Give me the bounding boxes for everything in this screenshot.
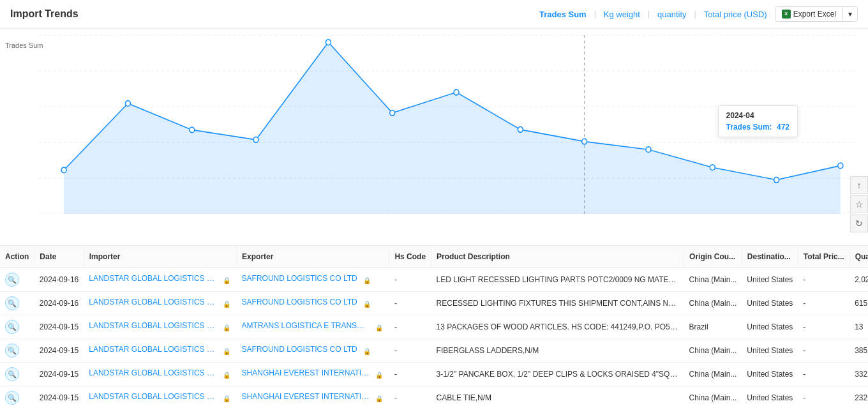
importer-icon[interactable]: 🔒 (221, 275, 232, 285)
action-cell: 🔍 (0, 339, 34, 363)
table-row: 🔍 2024-09-15 LANDSTAR GLOBAL LOGISTICS I… (0, 363, 868, 386)
destination-cell: United States (742, 315, 798, 339)
importer-link[interactable]: LANDSTAR GLOBAL LOGISTICS INC (89, 368, 216, 377)
exporter-link[interactable]: SAFROUND LOGISTICS CO LTD (242, 298, 357, 306)
date-cell: 2024-09-15 (34, 339, 84, 363)
search-action-btn[interactable]: 🔍 (5, 273, 19, 287)
importer-icon[interactable]: 🔒 (221, 322, 232, 333)
exporter-link[interactable]: SHANGHAI EVEREST INTERNATIONAL C... (242, 392, 370, 401)
action-cell: 🔍 (0, 292, 34, 315)
col-date: Date (34, 246, 84, 268)
col-importer: Importer (84, 246, 236, 268)
product-cell: LED LIGHT RECESSED LIGHTING PARTS POTC2/… (431, 268, 684, 292)
importer-link[interactable]: LANDSTAR GLOBAL LOGISTICS INC (89, 274, 216, 283)
col-action: Action (0, 246, 34, 268)
svg-point-17 (253, 137, 258, 142)
excel-icon: X (782, 10, 791, 19)
search-action-btn[interactable]: 🔍 (5, 296, 19, 310)
importer-cell: LANDSTAR GLOBAL LOGISTICS INC 🔒 (84, 268, 236, 292)
destination-cell: United States (742, 363, 798, 386)
hs-code-cell: - (389, 315, 431, 339)
quantity-cell: 615 (849, 292, 868, 315)
exporter-cell: SHANGHAI EVEREST INTERNATIONAL C... 🔒 (237, 363, 389, 386)
exporter-cell: AMTRANS LOGISTICA E TRANSPORTES ... 🔒 (237, 315, 389, 339)
total-price-cell: - (798, 268, 849, 292)
importer-link[interactable]: LANDSTAR GLOBAL LOGISTICS INC (89, 345, 216, 354)
table-row: 🔍 2024-09-15 LANDSTAR GLOBAL LOGISTICS I… (0, 386, 868, 409)
importer-icon[interactable]: 🔒 (221, 370, 232, 380)
table-row: 🔍 2024-09-15 LANDSTAR GLOBAL LOGISTICS I… (0, 315, 868, 339)
exporter-icon[interactable]: 🔒 (362, 275, 372, 285)
search-action-btn[interactable]: 🔍 (5, 320, 19, 334)
svg-point-24 (710, 165, 715, 170)
exporter-link[interactable]: SAFROUND LOGISTICS CO LTD (242, 274, 357, 283)
kg-weight-btn[interactable]: Kg weight (604, 10, 640, 19)
total-price-cell: - (798, 363, 849, 386)
importer-link[interactable]: LANDSTAR GLOBAL LOGISTICS INC (89, 321, 216, 330)
col-destination: Destinatio... (742, 246, 798, 268)
table-row: 🔍 2024-09-15 LANDSTAR GLOBAL LOGISTICS I… (0, 339, 868, 363)
hs-code-cell: - (389, 292, 431, 315)
total-price-cell: - (798, 315, 849, 339)
svg-point-14 (61, 167, 66, 173)
quantity-cell: 385 (849, 339, 868, 363)
quantity-cell: 232 (849, 386, 868, 409)
importer-icon[interactable]: 🔒 (221, 299, 232, 309)
importer-cell: LANDSTAR GLOBAL LOGISTICS INC 🔒 (84, 339, 236, 363)
table-row: 🔍 2024-09-16 LANDSTAR GLOBAL LOGISTICS I… (0, 292, 868, 315)
header-controls: Trades Sum | Kg weight | quantity | Tota… (539, 6, 858, 22)
export-dropdown-arrow[interactable]: ▾ (843, 7, 857, 21)
product-cell: 3-1/2" PANCAKE BOX, 1/2" DEEP CLIPS & LO… (431, 363, 684, 386)
exporter-link[interactable]: AMTRANS LOGISTICA E TRANSPORTES ... (242, 321, 370, 330)
col-quantity: Quantity (849, 246, 868, 268)
trades-sum-btn[interactable]: Trades Sum (539, 10, 587, 19)
exporter-icon[interactable]: 🔒 (362, 346, 372, 356)
destination-cell: United States (742, 268, 798, 292)
total-price-btn[interactable]: Total price (USD) (704, 10, 767, 19)
action-cell: 🔍 (0, 315, 34, 339)
svg-point-20 (454, 89, 459, 95)
origin-cell: China (Main... (684, 363, 742, 386)
importer-cell: LANDSTAR GLOBAL LOGISTICS INC 🔒 (84, 386, 236, 409)
exporter-icon[interactable]: 🔒 (374, 370, 384, 380)
exporter-cell: SAFROUND LOGISTICS CO LTD 🔒 (237, 339, 389, 363)
importer-icon[interactable]: 🔒 (221, 346, 232, 356)
col-exporter: Exporter (237, 246, 389, 268)
date-cell: 2024-09-16 (34, 268, 84, 292)
refresh-btn[interactable]: ↻ (850, 215, 868, 232)
importer-icon[interactable]: 🔒 (221, 393, 232, 404)
quantity-cell: 13 (849, 315, 868, 339)
importer-link[interactable]: LANDSTAR GLOBAL LOGISTICS INC (89, 392, 216, 401)
table-header-row: Action Date Importer Exporter Hs Code Pr… (0, 246, 868, 268)
bookmark-btn[interactable]: ☆ (850, 195, 868, 213)
total-price-cell: - (798, 386, 849, 409)
exporter-link[interactable]: SHANGHAI EVEREST INTERNATIONAL C... (242, 368, 370, 377)
hs-code-cell: - (389, 363, 431, 386)
svg-point-21 (518, 127, 523, 133)
svg-marker-13 (64, 42, 841, 214)
exporter-icon[interactable]: 🔒 (374, 322, 384, 333)
quantity-btn[interactable]: quantity (657, 10, 687, 19)
origin-cell: Brazil (684, 315, 742, 339)
exporter-icon[interactable]: 🔒 (362, 299, 372, 309)
search-action-btn[interactable]: 🔍 (5, 367, 19, 381)
scroll-top-btn[interactable]: ↑ (850, 176, 868, 194)
exporter-cell: SAFROUND LOGISTICS CO LTD 🔒 (237, 292, 389, 315)
quantity-cell: 2,029 (849, 268, 868, 292)
importer-link[interactable]: LANDSTAR GLOBAL LOGISTICS INC (89, 298, 216, 306)
table-row: 🔍 2024-09-16 LANDSTAR GLOBAL LOGISTICS I… (0, 268, 868, 292)
origin-cell: China (Main... (684, 268, 742, 292)
date-cell: 2024-09-15 (34, 363, 84, 386)
exporter-icon[interactable]: 🔒 (374, 393, 384, 404)
svg-point-26 (838, 163, 843, 169)
exporter-link[interactable]: SAFROUND LOGISTICS CO LTD (242, 345, 357, 354)
chart-container: Trades Sum 1,000 800 600 400 200 0 (0, 29, 868, 246)
search-action-btn[interactable]: 🔍 (5, 391, 19, 405)
destination-cell: United States (742, 292, 798, 315)
export-excel-button[interactable]: X Export Excel ▾ (775, 6, 858, 22)
action-cell: 🔍 (0, 386, 34, 409)
total-price-cell: - (798, 339, 849, 363)
data-table: Action Date Importer Exporter Hs Code Pr… (0, 246, 868, 408)
search-action-btn[interactable]: 🔍 (5, 344, 19, 358)
date-cell: 2024-09-15 (34, 315, 84, 339)
